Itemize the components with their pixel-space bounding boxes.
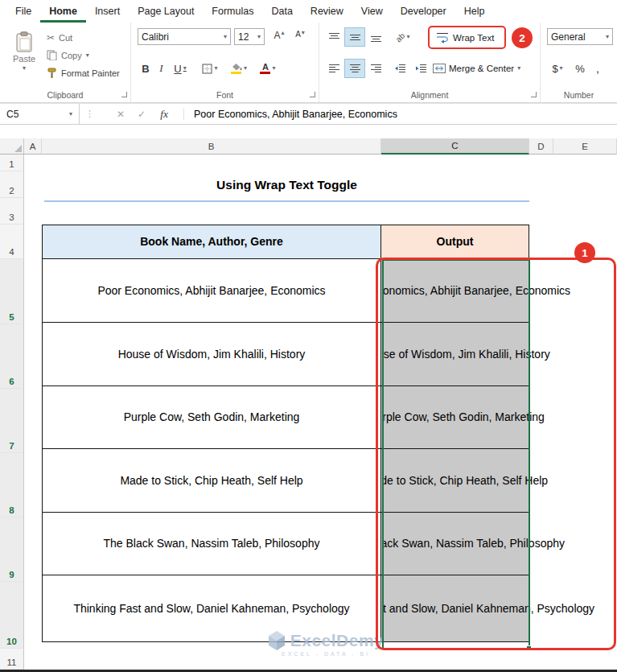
- output-cell[interactable]: [381, 449, 529, 512]
- name-box[interactable]: C5 ▾: [0, 104, 80, 124]
- row-header-9[interactable]: 9: [0, 517, 24, 582]
- font-name-select[interactable]: Calibri ▾: [138, 28, 231, 45]
- insert-function-button[interactable]: fx: [154, 104, 174, 125]
- cut-label: Cut: [59, 33, 72, 43]
- comma-style-button[interactable]: ,: [590, 60, 605, 77]
- alignment-dialog-launcher-icon[interactable]: [531, 92, 537, 97]
- column-header-e[interactable]: E: [553, 138, 617, 155]
- font-color-letter: A: [262, 63, 269, 71]
- paste-label: Paste: [13, 54, 35, 64]
- output-cell[interactable]: [381, 386, 529, 449]
- middle-align-button[interactable]: [345, 28, 364, 46]
- merge-and-center-button[interactable]: Merge & Center ▾: [433, 60, 520, 77]
- currency-icon: $: [552, 63, 557, 75]
- formula-bar-divider: [183, 108, 184, 120]
- column-header-c[interactable]: C: [381, 138, 529, 155]
- copy-button[interactable]: Copy ▾: [47, 47, 89, 64]
- row-header-3[interactable]: 3: [0, 198, 24, 225]
- row-header-8[interactable]: 8: [0, 453, 24, 517]
- row-header-7[interactable]: 7: [0, 389, 24, 453]
- row-header-5[interactable]: 5: [0, 259, 24, 324]
- borders-button[interactable]: ▾: [197, 60, 223, 77]
- column-header-b[interactable]: B: [42, 138, 381, 155]
- tab-insert[interactable]: Insert: [86, 0, 129, 23]
- row-header-10[interactable]: 10: [0, 582, 24, 649]
- increase-font-size-button[interactable]: A ▴: [269, 28, 289, 45]
- book-cell[interactable]: The Black Swan, Nassim Taleb, Philosophy: [43, 513, 381, 575]
- tab-formulas[interactable]: Formulas: [203, 0, 262, 23]
- number-format-select[interactable]: General ▾: [547, 28, 613, 45]
- top-align-button[interactable]: [324, 28, 343, 46]
- output-cell[interactable]: [381, 513, 529, 575]
- header-cell-book[interactable]: Book Name, Author, Genre: [43, 225, 381, 258]
- output-cell[interactable]: [381, 259, 529, 323]
- align-left-button[interactable]: [324, 60, 343, 77]
- header-cell-output[interactable]: Output: [381, 225, 529, 258]
- book-cell[interactable]: Poor Economics, Abhijit Banarjee, Econom…: [43, 259, 381, 323]
- align-center-button[interactable]: [345, 60, 364, 77]
- select-all-corner[interactable]: [0, 138, 24, 155]
- fill-handle[interactable]: [526, 645, 532, 651]
- font-color-button[interactable]: A ▾: [255, 60, 281, 77]
- font-size-select[interactable]: 12 ▾: [234, 28, 265, 45]
- underline-button[interactable]: U ▾: [169, 60, 191, 77]
- tab-file[interactable]: File: [6, 0, 40, 23]
- book-cell[interactable]: Purple Cow, Seth Godin, Marketing: [43, 386, 381, 449]
- italic-button[interactable]: I: [154, 60, 168, 77]
- increase-indent-button[interactable]: [411, 60, 430, 77]
- output-cell[interactable]: [381, 323, 529, 385]
- fill-color-bar: [231, 72, 241, 74]
- align-right-button[interactable]: [366, 60, 385, 77]
- row-header-1[interactable]: 1: [0, 155, 24, 171]
- watermark-tagline: EXCEL - DATA - BI: [221, 651, 430, 657]
- watermark-brand: ExcelDemy: [290, 631, 385, 650]
- paste-button[interactable]: Paste ▾: [6, 27, 42, 90]
- tab-view[interactable]: View: [352, 0, 392, 23]
- tab-home[interactable]: Home: [40, 0, 86, 23]
- book-cell[interactable]: Made to Stick, Chip Heath, Self Help: [43, 449, 381, 512]
- column-header-d[interactable]: D: [529, 138, 553, 155]
- formula-input[interactable]: Poor Economics, Abhijit Banarjee, Econom…: [194, 104, 397, 125]
- bold-button[interactable]: B: [138, 60, 154, 77]
- tab-review[interactable]: Review: [302, 0, 352, 23]
- book-cell[interactable]: House of Wisdom, Jim Khalili, History: [43, 323, 381, 385]
- column-header-a[interactable]: A: [24, 138, 42, 155]
- format-painter-button[interactable]: Format Painter: [47, 64, 120, 81]
- alignment-group-label: Alignment: [319, 90, 540, 100]
- row-header-6[interactable]: 6: [0, 324, 24, 389]
- font-group-label: Font: [131, 90, 319, 100]
- percent-style-button[interactable]: %: [573, 60, 587, 77]
- tab-page-layout[interactable]: Page Layout: [129, 0, 203, 23]
- chevron-down-icon: ▾: [214, 65, 217, 72]
- letter-a: A: [274, 30, 280, 41]
- decrease-font-size-button[interactable]: A ▾: [290, 28, 310, 45]
- alignment-group: ab ▾ Wrap Text 2: [319, 23, 541, 102]
- table-row: Poor Economics, Abhijit Banarjee, Econom…: [43, 259, 529, 324]
- tab-help[interactable]: Help: [455, 0, 494, 23]
- row-header-11[interactable]: 11: [0, 649, 24, 670]
- font-dialog-launcher-icon[interactable]: [310, 92, 315, 97]
- tab-developer[interactable]: Developer: [392, 0, 455, 23]
- formula-bar-splitter[interactable]: ⋮: [85, 109, 94, 119]
- cancel-button[interactable]: ✕: [111, 104, 130, 125]
- row-header-4[interactable]: 4: [0, 225, 24, 259]
- clipboard-dialog-launcher-icon[interactable]: [121, 92, 127, 97]
- align-center-icon: [349, 64, 361, 74]
- enter-button[interactable]: ✓: [132, 104, 151, 125]
- table-row: Made to Stick, Chip Heath, Self Help Mad…: [43, 449, 529, 513]
- table-row: House of Wisdom, Jim Khalili, History Ho…: [43, 323, 529, 386]
- bottom-align-button[interactable]: [366, 28, 385, 46]
- number-format-value: General: [551, 31, 586, 43]
- fill-color-button[interactable]: ▾: [226, 60, 252, 77]
- down-arrow-icon: ▾: [302, 30, 305, 36]
- cut-button[interactable]: ✂ Cut: [47, 29, 72, 46]
- wrap-text-button[interactable]: Wrap Text: [433, 28, 497, 47]
- orientation-button[interactable]: ab ▾: [390, 28, 416, 46]
- decrease-indent-button[interactable]: [390, 60, 409, 77]
- chevron-down-icon: ▾: [272, 65, 275, 72]
- row-header-2[interactable]: 2: [0, 171, 24, 198]
- accounting-format-button[interactable]: $ ▾: [547, 60, 568, 77]
- sheet-title-cell[interactable]: Using Wrap Text Toggle: [44, 175, 529, 195]
- fill-color-icon: [231, 64, 242, 71]
- tab-data[interactable]: Data: [262, 0, 301, 23]
